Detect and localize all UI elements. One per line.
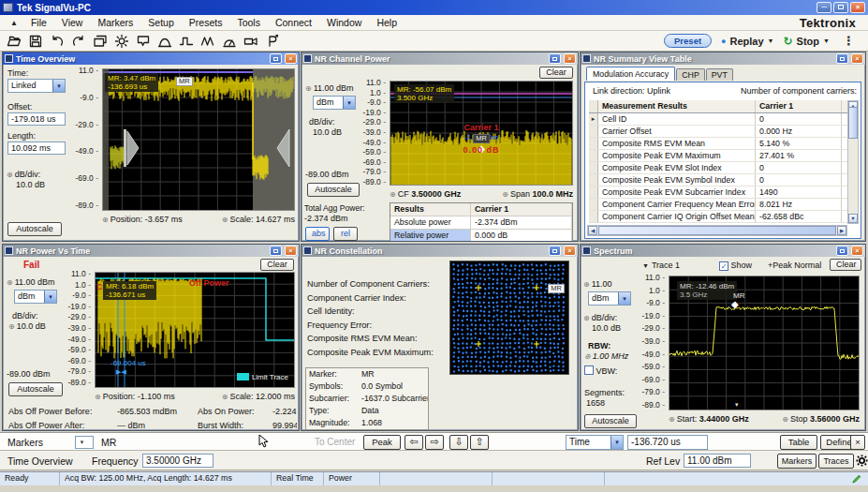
panel-close-button[interactable]: × — [285, 53, 297, 64]
offset-field[interactable]: -179.018 us — [7, 112, 66, 126]
stop-dropdown[interactable]: ↻ Stop ▼ — [784, 35, 830, 48]
scale-value[interactable]: 12.000 ms — [256, 392, 295, 401]
table-row[interactable]: Component Carrier IQ Origin Offset Mean-… — [589, 211, 847, 223]
ref-level-field[interactable]: 11.00 dBm — [684, 454, 751, 468]
ref-level-top[interactable]: 11.00 — [592, 279, 612, 289]
ref-level-bottom[interactable]: -89.00 dBm — [305, 170, 349, 179]
scroll-down-icon[interactable]: ▼ — [848, 214, 858, 223]
ref-level-bottom[interactable]: -89.00 dBm — [7, 369, 51, 379]
analysis-button[interactable] — [198, 32, 217, 50]
preset-button[interactable]: Preset — [664, 34, 712, 48]
panel-close-button[interactable]: × — [285, 246, 297, 256]
settings-gear-button[interactable] — [855, 454, 868, 470]
acquire-button[interactable] — [219, 32, 239, 50]
units-select[interactable]: dBm ▼ — [588, 291, 631, 306]
panel-spectrum[interactable]: Spectrum × ▼Trace 1 ✓ Show +Peak Normal … — [580, 244, 866, 431]
peak-button[interactable]: Peak — [363, 435, 401, 450]
restore-button[interactable] — [833, 2, 848, 13]
trace-select[interactable]: Trace 1 — [652, 261, 680, 270]
constellation-plot[interactable]: MR — [449, 261, 569, 375]
table-row[interactable]: Composite Peak EVM Maximum27.401 % — [589, 150, 847, 162]
menu-item[interactable]: Presets — [182, 16, 230, 29]
detector-label[interactable]: +Peak Normal — [768, 261, 821, 270]
panel-restore-button[interactable] — [270, 246, 282, 256]
markers-panel-button[interactable]: Markers — [777, 454, 817, 469]
autoscale-button[interactable]: Autoscale — [584, 414, 637, 428]
markers-button[interactable] — [133, 32, 153, 50]
table-row[interactable]: Composite Peak EVM Slot Index0 — [589, 162, 847, 174]
length-field[interactable]: 10.092 ms — [7, 142, 66, 155]
cf-value[interactable]: 3.50000 GHz — [411, 189, 461, 199]
close-button[interactable]: × — [850, 2, 865, 13]
autoscale-button[interactable]: Autoscale — [307, 183, 360, 197]
position-value[interactable]: -3.657 ms — [145, 215, 183, 224]
marker-tag[interactable]: MR — [548, 284, 565, 293]
minimize-button[interactable]: ─ — [817, 2, 831, 13]
menu-item[interactable]: File — [23, 16, 54, 29]
units-select[interactable]: dBm ▼ — [14, 290, 57, 304]
scrollbar-thumb[interactable] — [848, 107, 858, 139]
panel-titlebar[interactable]: NR Power Vs Time × — [3, 245, 299, 257]
rbw-value[interactable]: 1.00 MHz — [593, 351, 629, 361]
time-overview-plot[interactable]: MR: 3.47 dBm -136.693 us MR — [102, 68, 295, 211]
clear-button[interactable]: Clear — [830, 259, 861, 271]
to-center-button[interactable]: To Center — [315, 437, 355, 447]
marker-diamond-icon[interactable]: ◆ — [731, 299, 739, 309]
panel-restore-button[interactable] — [836, 246, 848, 256]
adjust-icon[interactable]: ⊕ — [305, 84, 312, 93]
adjust-icon[interactable]: ⊕ — [222, 216, 228, 224]
panel-time-overview[interactable]: Time Overview × Time: Linked ▼ Offset: -… — [2, 52, 300, 242]
panel-restore-button[interactable] — [270, 53, 282, 64]
panel-close-button[interactable]: × — [851, 246, 863, 256]
undo-button[interactable] — [47, 32, 66, 50]
adjust-icon[interactable]: ⊕ — [584, 352, 591, 361]
ref-level-top[interactable]: 11.00 dBm — [15, 277, 55, 287]
menu-item[interactable]: Tools — [229, 16, 268, 29]
more-menu-icon[interactable]: ⋮ — [839, 34, 859, 48]
autoscale-button[interactable]: Autoscale — [8, 382, 63, 396]
adjust-icon[interactable]: ⊕ — [782, 415, 788, 424]
tab-chp[interactable]: CHP — [676, 68, 705, 81]
panel-restore-button[interactable] — [549, 246, 561, 256]
vertical-scrollbar[interactable]: ▲ ▼ — [847, 100, 859, 224]
rel-button[interactable]: rel — [333, 227, 358, 241]
table-row[interactable]: Carrier Offset0.000 Hz — [589, 126, 847, 138]
eject-icon[interactable]: ▲ — [10, 19, 18, 27]
marker-position-field[interactable]: -136.720 us — [627, 435, 708, 450]
adjust-icon[interactable]: ⊕ — [583, 314, 590, 322]
position-value[interactable]: -1.100 ms — [138, 392, 175, 401]
adjust-icon[interactable]: ⊕ — [390, 190, 396, 199]
panel-nr-power-vs-time[interactable]: NR Power Vs Time × Fail Clear ⊕11.00 dBm… — [2, 244, 300, 431]
markers-close-button[interactable]: × — [850, 435, 865, 450]
adjust-icon[interactable]: ⊕ — [583, 280, 590, 289]
vbw-checkbox[interactable] — [584, 365, 594, 375]
autoscale-button[interactable]: Autoscale — [7, 222, 62, 236]
traces-panel-button[interactable]: Traces — [818, 454, 854, 469]
window-titlebar[interactable]: Tek SignalVu-PC ─ × — [0, 0, 868, 15]
marker-table-button[interactable]: Table — [780, 435, 817, 450]
peak-higher-button[interactable]: ⇧ — [470, 435, 489, 450]
abs-button[interactable]: abs — [305, 227, 330, 241]
panel-titlebar[interactable]: NR Summary View Table × — [581, 52, 865, 65]
adjust-icon[interactable]: ⊕ — [8, 322, 15, 331]
adjust-icon[interactable]: ⊕ — [7, 171, 13, 179]
scale-value[interactable]: 14.627 ms — [256, 215, 295, 224]
horizontal-scrollbar[interactable]: ◀ ▶ — [587, 225, 847, 236]
settings-button[interactable] — [111, 32, 131, 50]
time-select[interactable]: Linked ▼ — [7, 79, 66, 93]
adjust-icon[interactable]: ⊕ — [669, 415, 675, 424]
clear-button[interactable]: Clear — [539, 67, 573, 79]
stop-value[interactable]: 3.56000 GHz — [810, 414, 860, 424]
table-row[interactable]: Composite Peak EVM Symbol Index0 — [589, 174, 847, 186]
peak-lower-button[interactable]: ⇩ — [449, 435, 468, 450]
scroll-right-icon[interactable]: ▶ — [837, 226, 846, 235]
adjust-icon[interactable]: ⊕ — [502, 190, 508, 199]
menu-item[interactable]: Setup — [140, 16, 181, 29]
marker-tag[interactable]: MR — [473, 134, 490, 143]
clear-button[interactable]: Clear — [260, 259, 294, 271]
menu-item[interactable]: Markers — [90, 16, 140, 29]
adjust-icon[interactable]: ⊕ — [222, 393, 228, 401]
menu-item[interactable]: Connect — [268, 16, 319, 29]
channel-power-plot[interactable]: MR: -56.07 dBm 3.500 GHz Carrier 1 -2.37… — [390, 81, 573, 186]
panel-titlebar[interactable]: Spectrum × — [581, 245, 865, 257]
